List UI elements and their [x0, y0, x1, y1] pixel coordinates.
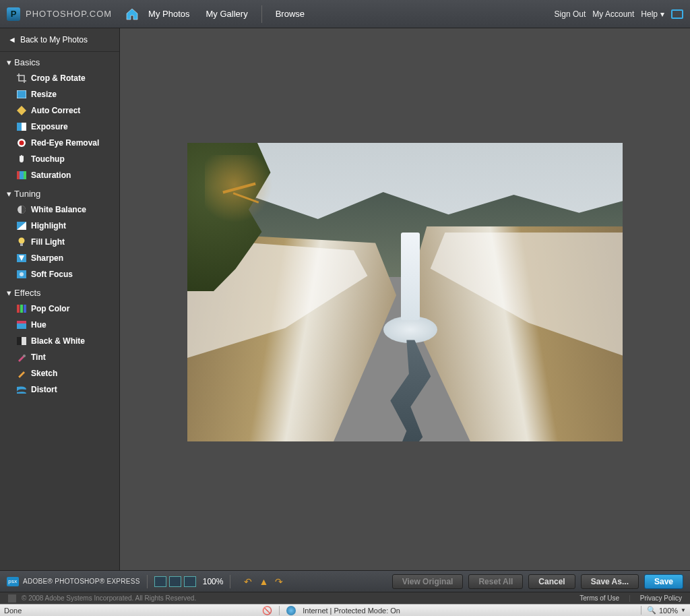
browser-zoom[interactable]: 🔍 100% ▼: [641, 606, 686, 615]
privacy-link[interactable]: Privacy Policy: [640, 594, 682, 602]
nav-separator: [261, 5, 262, 23]
svg-rect-8: [24, 171, 26, 179]
redeye-icon: [16, 137, 27, 148]
view-fit-icon[interactable]: [154, 576, 166, 587]
distort-icon: [16, 384, 27, 395]
sharpen-icon: [16, 253, 27, 264]
chevron-down-icon: ▾: [7, 288, 11, 298]
undo-icon[interactable]: ↶: [244, 576, 252, 587]
tool-pop-color[interactable]: Pop Color: [0, 301, 119, 317]
popup-blocker-icon[interactable]: 🚫: [262, 606, 272, 615]
svg-rect-13: [20, 243, 23, 246]
tool-sketch[interactable]: Sketch: [0, 365, 119, 381]
browser-zoom-level: 100%: [659, 607, 678, 615]
hue-icon: [16, 319, 27, 330]
bulb-icon: [16, 237, 27, 247]
tool-soft-focus[interactable]: Soft Focus: [0, 266, 119, 282]
globe-icon: [286, 606, 296, 615]
section-label: Effects: [14, 288, 41, 298]
section-effects[interactable]: ▾ Effects: [0, 282, 119, 301]
my-account-link[interactable]: My Account: [592, 9, 634, 19]
browser-status-bar: Done 🚫 Internet | Protected Mode: On 🔍 1…: [0, 604, 690, 616]
security-zone: Internet | Protected Mode: On: [303, 607, 400, 615]
pencil-icon: [16, 368, 27, 379]
crop-icon: [16, 73, 27, 84]
white-balance-icon: [16, 204, 27, 215]
svg-rect-0: [17, 90, 26, 98]
view-original-button[interactable]: View Original: [392, 574, 464, 589]
brush-icon: [16, 352, 27, 363]
tool-white-balance[interactable]: White Balance: [0, 202, 119, 218]
section-basics[interactable]: ▾ Basics: [0, 52, 119, 70]
tool-exposure[interactable]: Exposure: [0, 119, 119, 135]
view-toggles: 100%: [154, 576, 224, 587]
svg-point-5: [20, 141, 24, 146]
arrow-left-icon: ◄: [8, 35, 16, 44]
separator: [147, 575, 148, 588]
view-actual-icon[interactable]: [169, 576, 181, 587]
home-icon[interactable]: [125, 8, 139, 20]
history-controls: ↶ ▲ ↷: [244, 576, 283, 587]
hand-icon: [16, 154, 27, 164]
nav-browse[interactable]: Browse: [269, 5, 311, 23]
popcolor-icon: [16, 303, 27, 314]
chevron-down-icon: ▾: [660, 9, 664, 19]
nav-my-photos[interactable]: My Photos: [142, 5, 196, 23]
tool-touchup[interactable]: Touchup: [0, 151, 119, 167]
resize-icon: [16, 89, 27, 100]
svg-rect-23: [17, 337, 22, 345]
svg-rect-7: [17, 171, 20, 179]
help-label: Help: [641, 9, 658, 19]
tool-fill-light[interactable]: Fill Light: [0, 234, 119, 250]
copyright-text: © 2008 Adobe Systems Incorporated. All R…: [22, 594, 196, 602]
cancel-button[interactable]: Cancel: [528, 574, 575, 589]
view-fill-icon[interactable]: [184, 576, 196, 587]
tool-saturation[interactable]: Saturation: [0, 167, 119, 183]
svg-rect-24: [22, 337, 26, 345]
tool-distort[interactable]: Distort: [0, 381, 119, 398]
tool-black-white[interactable]: Black & White: [0, 333, 119, 349]
tool-hue[interactable]: Hue: [0, 317, 119, 333]
back-to-photos-button[interactable]: ◄ Back to My Photos: [0, 28, 119, 52]
top-right-nav: Sign Out My Account Help ▾: [555, 9, 683, 19]
wand-icon: [16, 105, 27, 116]
svg-rect-1: [17, 106, 26, 115]
photo-canvas[interactable]: [187, 143, 623, 441]
saturation-icon: [16, 170, 27, 181]
save-button[interactable]: Save: [644, 574, 683, 589]
status-done: Done: [4, 607, 22, 615]
svg-rect-3: [22, 123, 26, 131]
save-as-button[interactable]: Save As...: [581, 574, 639, 589]
chevron-down-icon: ▾: [7, 189, 11, 199]
fullscreen-icon[interactable]: [671, 9, 683, 19]
section-label: Basics: [14, 57, 40, 67]
tool-highlight[interactable]: Highlight: [0, 218, 119, 234]
brand-text: PHOTOSHOP.COM: [26, 9, 112, 19]
svg-rect-18: [17, 305, 20, 313]
tool-tint[interactable]: Tint: [0, 349, 119, 365]
section-label: Tuning: [14, 189, 40, 199]
exposure-icon: [16, 121, 27, 132]
tool-sharpen[interactable]: Sharpen: [0, 250, 119, 266]
tool-redeye[interactable]: Red-Eye Removal: [0, 135, 119, 151]
bottom-toolbar: psx ADOBE® PHOTOSHOP® EXPRESS 100% ↶ ▲ ↷…: [0, 570, 690, 592]
svg-point-17: [20, 272, 24, 276]
nav-my-gallery[interactable]: My Gallery: [199, 5, 255, 23]
section-tuning[interactable]: ▾ Tuning: [0, 183, 119, 202]
sign-out-link[interactable]: Sign Out: [555, 9, 586, 19]
tool-auto-correct[interactable]: Auto Correct: [0, 102, 119, 119]
terms-link[interactable]: Terms of Use: [579, 594, 619, 602]
bw-icon: [16, 336, 27, 346]
chevron-down-icon: ▼: [681, 607, 686, 613]
svg-rect-20: [24, 305, 26, 313]
redo-icon[interactable]: ↷: [275, 576, 283, 587]
sidebar: ◄ Back to My Photos ▾ Basics Crop & Rota…: [0, 28, 120, 570]
history-up-icon[interactable]: ▲: [259, 576, 268, 587]
help-dropdown[interactable]: Help ▾: [641, 9, 664, 19]
top-bar: P PHOTOSHOP.COM My Photos My Gallery Bro…: [0, 0, 690, 28]
psx-badge-icon: psx: [7, 577, 19, 586]
reset-all-button[interactable]: Reset All: [468, 574, 523, 589]
tool-resize[interactable]: Resize: [0, 86, 119, 102]
svg-rect-22: [17, 321, 26, 324]
tool-crop-rotate[interactable]: Crop & Rotate: [0, 70, 119, 86]
